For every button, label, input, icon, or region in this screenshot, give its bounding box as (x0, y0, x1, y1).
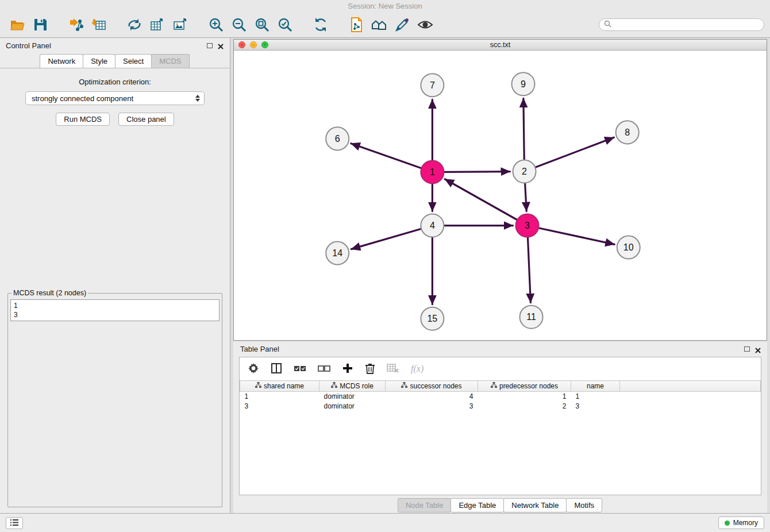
zoom-selected-button[interactable] (274, 14, 297, 36)
close-window-icon[interactable] (238, 41, 245, 48)
graph-node-3[interactable]: 3 (516, 214, 539, 237)
search-field[interactable] (599, 18, 764, 31)
delete-table-button[interactable] (387, 361, 399, 377)
tab-mcds[interactable]: MCDS (151, 54, 189, 68)
network-share-button[interactable] (123, 14, 146, 36)
graph-node-14[interactable]: 14 (326, 242, 349, 265)
refresh-button[interactable] (309, 14, 332, 36)
zoom-selected-icon (277, 17, 293, 33)
mcds-result-text[interactable]: 1 3 (10, 299, 220, 321)
network-file-button[interactable] (345, 14, 368, 36)
tab-select[interactable]: Select (115, 54, 152, 68)
tab-network[interactable]: Network (40, 54, 83, 68)
cell-predecessor-nodes[interactable]: 2 (478, 402, 571, 411)
first-neighbors-button[interactable] (368, 14, 391, 36)
search-input[interactable] (614, 21, 759, 29)
cell-successor-nodes[interactable]: 3 (386, 402, 478, 411)
column-header-successor-nodes[interactable]: successor nodes (386, 381, 478, 392)
export-table-icon (149, 17, 165, 33)
show-hide-button[interactable] (414, 14, 437, 36)
table-settings-button[interactable] (248, 361, 259, 377)
tab-node-table[interactable]: Node Table (398, 498, 452, 512)
memory-button[interactable]: Memory (718, 516, 764, 529)
cell-successor-nodes[interactable]: 4 (386, 392, 478, 402)
close-panel-icon[interactable] (217, 42, 224, 49)
tab-style[interactable]: Style (83, 54, 116, 68)
cell-name[interactable]: 1 (571, 392, 620, 402)
graph-node-6[interactable]: 6 (326, 127, 349, 150)
export-image-button[interactable] (169, 14, 192, 36)
save-session-button[interactable] (29, 14, 52, 36)
graph-node-10[interactable]: 10 (617, 236, 640, 259)
export-table-button[interactable] (146, 14, 169, 36)
import-network-button[interactable] (64, 14, 87, 36)
column-header-shared-name[interactable]: shared name (240, 381, 319, 392)
graph-node-2[interactable]: 2 (513, 160, 536, 183)
import-table-button[interactable] (87, 14, 110, 36)
maximize-window-icon[interactable] (261, 41, 268, 48)
edge-1-6[interactable] (351, 144, 421, 168)
table-row[interactable]: 1 dominator 4 1 1 (240, 392, 761, 402)
open-folder-icon (9, 17, 25, 33)
add-column-button[interactable] (342, 361, 353, 377)
graph-node-7[interactable]: 7 (421, 74, 444, 97)
network-window-title: scc.txt (234, 41, 767, 49)
close-panel-button[interactable]: Close panel (118, 113, 174, 126)
float-table-panel-icon[interactable] (744, 346, 750, 352)
cell-predecessor-nodes[interactable]: 1 (478, 392, 571, 402)
main-toolbar (0, 11, 770, 38)
select-all-button[interactable] (294, 361, 306, 377)
column-header-predecessor-nodes[interactable]: predecessor nodes (478, 381, 571, 392)
edge-3-10[interactable] (539, 228, 614, 244)
graph-node-11[interactable]: 11 (520, 306, 543, 329)
edge-2-3[interactable] (525, 183, 527, 211)
network-graph[interactable]: 7968124314101511 (234, 51, 767, 340)
edge-1-2[interactable] (444, 172, 510, 172)
cell-shared-name[interactable]: 3 (240, 402, 319, 411)
cell-mcds-role[interactable]: dominator (319, 402, 386, 411)
table-row[interactable]: 3 dominator 3 2 3 (240, 402, 761, 411)
column-header-filler (620, 381, 761, 392)
tab-edge-table[interactable]: Edge Table (451, 498, 504, 512)
close-table-panel-icon[interactable] (754, 346, 761, 353)
float-panel-icon[interactable] (207, 43, 213, 48)
edge-3-1[interactable] (445, 179, 517, 219)
tab-motifs[interactable]: Motifs (566, 498, 602, 512)
cell-mcds-role[interactable]: dominator (319, 392, 386, 402)
graph-node-8[interactable]: 8 (616, 121, 639, 144)
show-panels-button[interactable] (6, 517, 23, 529)
cell-shared-name[interactable]: 1 (240, 392, 319, 402)
plus-icon (342, 363, 353, 376)
edge-2-9[interactable] (523, 98, 524, 159)
zoom-fit-button[interactable] (251, 14, 274, 36)
show-columns-button[interactable] (271, 361, 282, 377)
criterion-dropdown[interactable]: strongly connected component (25, 91, 205, 105)
zoom-out-button[interactable] (228, 14, 251, 36)
column-header-mcds-role[interactable]: MCDS role (319, 381, 386, 392)
workspace: scc.txt 7968124314101511 Table Panel (230, 38, 770, 513)
style-brush-button[interactable] (391, 14, 414, 36)
graph-node-9[interactable]: 9 (512, 72, 535, 95)
minimize-window-icon[interactable] (250, 41, 257, 48)
zoom-in-icon (208, 17, 224, 33)
function-builder-button[interactable]: f(x) (411, 361, 424, 377)
edge-3-11[interactable] (528, 238, 530, 303)
network-canvas[interactable]: 7968124314101511 (234, 51, 767, 340)
zoom-in-button[interactable] (205, 14, 228, 36)
cell-name[interactable]: 3 (571, 402, 620, 411)
edge-2-8[interactable] (536, 137, 614, 167)
import-table-icon (91, 17, 107, 33)
run-mcds-button[interactable]: Run MCDS (56, 113, 110, 126)
deselect-all-button[interactable] (318, 361, 330, 377)
column-header-name[interactable]: name (571, 381, 620, 392)
open-file-button[interactable] (6, 14, 29, 36)
edge-4-14[interactable] (351, 229, 421, 249)
delete-column-button[interactable] (365, 361, 375, 377)
graph-node-4[interactable]: 4 (421, 214, 444, 237)
graph-node-15[interactable]: 15 (421, 307, 444, 330)
graph-node-1[interactable]: 1 (421, 160, 444, 183)
control-panel: Control Panel Network Style Select MCDS … (0, 38, 230, 513)
tab-network-table[interactable]: Network Table (503, 498, 567, 512)
node-table: shared name MCDS role successor nodes pr… (240, 380, 761, 411)
node-table-card: f(x) shared name MCDS role successor nod… (239, 357, 761, 495)
